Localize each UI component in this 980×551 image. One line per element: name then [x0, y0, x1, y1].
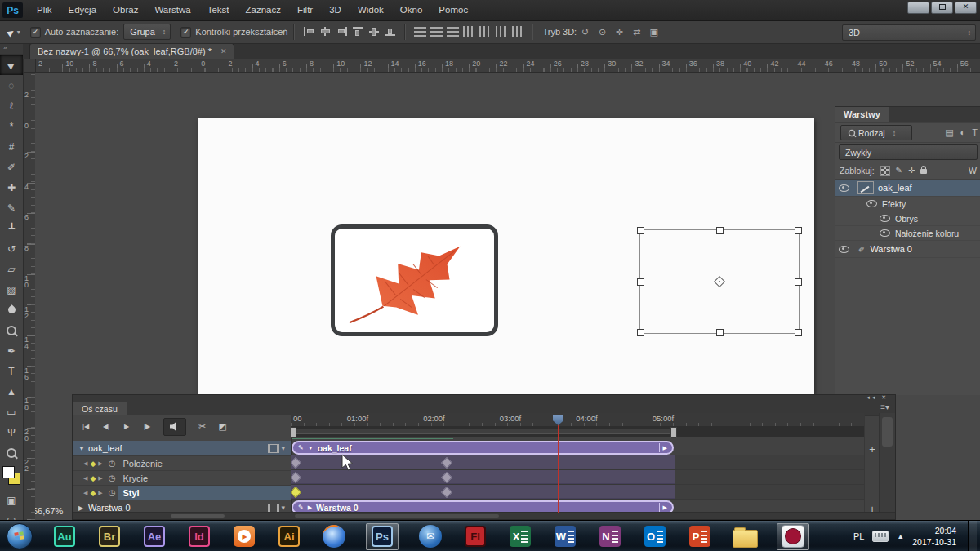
distribute-left-icon[interactable] — [463, 26, 475, 37]
timeline-horizontal-scrollbar[interactable] — [295, 514, 499, 518]
zoom-tool[interactable] — [0, 442, 23, 463]
quick-mask-button[interactable]: ▣ — [0, 490, 23, 510]
transform-controls-checkbox[interactable]: ✓ — [180, 27, 191, 38]
transform-handle-nw[interactable] — [637, 227, 644, 234]
keyframe-navigator[interactable]: ◀◆▶ — [83, 489, 103, 497]
visibility-eye-icon[interactable] — [880, 215, 890, 222]
collapse-triangle-icon[interactable]: ▼ — [78, 445, 87, 452]
split-at-playhead-button[interactable]: ✂ — [198, 421, 206, 432]
keyframe-diamond[interactable] — [291, 457, 301, 469]
taskbar-app-indesign[interactable]: Id — [186, 523, 212, 550]
ruler-vertical[interactable]: 2024681 01 21 41 61 82 02 2 — [23, 72, 35, 520]
menu-item-plik[interactable]: Plik — [29, 0, 60, 20]
go-to-first-frame-button[interactable]: |◀ — [77, 420, 95, 434]
taskbar-app-onenote[interactable]: N — [597, 523, 623, 550]
clip-end-control[interactable]: ▶ — [659, 443, 667, 452]
menu-item-pomoc[interactable]: Pomoc — [430, 0, 476, 20]
hand-tool[interactable]: Ψ — [0, 422, 23, 442]
taskbar-app-media-player[interactable]: ▶ — [231, 523, 257, 550]
panel-menu-icon[interactable]: ≡▾ — [880, 402, 889, 411]
pen-tool[interactable]: ✒ — [0, 340, 23, 361]
transform-handle-s[interactable] — [716, 329, 724, 336]
layer-effects-row[interactable]: Efekty — [835, 197, 980, 211]
leaf-frame-shape[interactable] — [331, 224, 498, 336]
expand-triangle-icon[interactable]: ▶ — [78, 504, 87, 512]
add-media-button[interactable]: + — [865, 443, 880, 455]
tab-close-icon[interactable]: ✕ — [220, 47, 227, 56]
clone-stamp-tool[interactable]: ┻ — [0, 218, 23, 238]
keyframe-diamond[interactable] — [441, 487, 452, 498]
history-brush-tool[interactable]: ↺ — [0, 238, 23, 259]
previous-frame-button[interactable]: ◀| — [97, 420, 115, 434]
transform-handle-se[interactable] — [795, 329, 802, 336]
play-button[interactable]: ▶ — [118, 420, 136, 434]
scrollbar-handle[interactable] — [882, 417, 893, 447]
dodge-tool[interactable] — [0, 320, 23, 340]
filter-image-icon[interactable]: ▤ — [945, 127, 953, 138]
menu-item-widok[interactable]: Widok — [350, 0, 392, 20]
document-tab[interactable]: Bez nazwy-1 @ 66,7% (oak_leaf,RGB/8#) * … — [29, 43, 234, 59]
auto-align-icon[interactable] — [512, 26, 524, 37]
distribute-top-icon[interactable] — [414, 26, 426, 37]
filter-type-icon[interactable]: T — [972, 127, 978, 138]
zoom-level-status[interactable]: 66,67% — [33, 506, 63, 516]
distribute-bottom-icon[interactable] — [447, 26, 459, 37]
menu-item-3d[interactable]: 3D — [321, 0, 350, 20]
visibility-eye-icon[interactable] — [839, 184, 849, 192]
keyframe-diamond-icon[interactable]: ◆ — [90, 489, 96, 497]
clip-end-control[interactable]: ▶ — [659, 503, 667, 512]
layer-name[interactable]: oak_leaf — [878, 183, 912, 193]
keyframe-diamond[interactable] — [291, 487, 301, 498]
language-indicator[interactable]: PL — [853, 531, 864, 541]
path-select-tool[interactable]: ▲ — [0, 381, 23, 402]
menu-item-obraz[interactable]: Obraz — [105, 0, 146, 20]
menu-item-okno[interactable]: Okno — [392, 0, 431, 20]
mute-audio-button[interactable] — [163, 418, 186, 436]
taskbar-app-firefox[interactable] — [321, 523, 347, 550]
taskbar-app-flash[interactable]: Fl — [462, 523, 488, 550]
distribute-center-horizontal-icon[interactable] — [479, 26, 492, 37]
track-options[interactable]: ▾ — [268, 444, 285, 453]
clip-warstwa-0[interactable]: ✎ ▶ Warstwa 0 ▶ — [292, 500, 674, 513]
transform-reference-point[interactable] — [714, 276, 725, 287]
work-area-start-handle[interactable] — [291, 427, 296, 438]
keyframe-navigator[interactable]: ◀◆▶ — [83, 460, 103, 468]
auto-select-checkbox[interactable]: ✓ — [30, 27, 41, 38]
layer-row-oak-leaf[interactable]: oak_leaf — [835, 180, 980, 197]
3d-mode-icon-2[interactable]: ✛ — [613, 27, 626, 38]
align-center-horizontal-icon[interactable] — [368, 26, 381, 37]
taskbar-app-powerpoint[interactable]: P — [687, 523, 713, 550]
work-area-end-handle[interactable] — [670, 427, 677, 438]
align-bottom-icon[interactable] — [385, 26, 397, 37]
lock-transparency-icon[interactable] — [880, 166, 890, 176]
document-canvas[interactable] — [198, 118, 814, 394]
oak-leaf-image[interactable] — [337, 231, 491, 328]
menu-item-warstwa[interactable]: Warstwa — [146, 0, 198, 20]
align-left-icon[interactable] — [303, 26, 315, 37]
timeline-ruler[interactable]: 0001:00f02:00f03:00f04:00f05:00f — [291, 413, 865, 427]
transform-handle-sw[interactable] — [637, 329, 644, 336]
restore-button[interactable] — [931, 2, 953, 14]
keyframe-row-opacity[interactable] — [291, 470, 865, 485]
menu-item-zaznacz[interactable]: Zaznacz — [238, 0, 289, 20]
transform-handle-e[interactable] — [795, 278, 802, 286]
timeline-zoom-slider[interactable] — [171, 514, 225, 518]
healing-brush-tool[interactable]: ✚ — [0, 177, 23, 198]
3d-mode-icon-1[interactable]: ⊙ — [596, 27, 609, 38]
auto-select-dropdown[interactable]: Grupa ↕ — [123, 24, 171, 40]
align-top-icon[interactable] — [352, 26, 364, 37]
menu-item-tekst[interactable]: Tekst — [199, 0, 238, 20]
taskbar-app-recorder[interactable] — [777, 523, 809, 550]
transform-handle-ne[interactable] — [795, 227, 802, 234]
taskbar-app-excel[interactable]: X — [507, 523, 533, 550]
align-right-icon[interactable] — [336, 26, 348, 37]
work-area-track[interactable] — [292, 429, 675, 434]
effect-row-stroke[interactable]: Obrys — [835, 211, 980, 226]
move-tool[interactable]: ▶ — [0, 55, 23, 75]
taskbar-app-after-effects[interactable]: Ae — [141, 523, 167, 550]
brush-tool[interactable]: ✎ — [0, 198, 23, 218]
close-button[interactable]: ✕ — [955, 2, 977, 14]
layer-filter-dropdown[interactable]: Rodzaj ↕ — [840, 125, 912, 140]
effect-row-color-overlay[interactable]: Nałożenie koloru — [835, 226, 980, 241]
track-options[interactable]: ▾ — [268, 504, 285, 513]
